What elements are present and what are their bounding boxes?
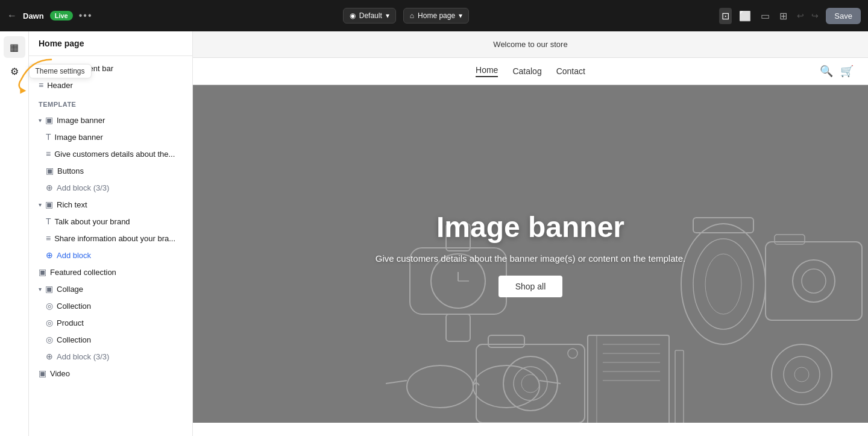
- collection-1-item[interactable]: ◎ Collection: [29, 297, 192, 314]
- sidebar-content: Home page ≡ Announcement bar ≡ Header Te…: [29, 31, 192, 436]
- redo-button[interactable]: ↪: [809, 8, 821, 23]
- page-selector[interactable]: ⌂ Home page ▾: [403, 8, 469, 24]
- image-banner-child-label: Image banner: [55, 133, 183, 142]
- gear-tooltip-container: ⚙ Theme settings: [4, 60, 25, 82]
- nav-contact[interactable]: Contact: [556, 66, 585, 76]
- more-button[interactable]: •••: [79, 10, 93, 21]
- add-block-banner-icon: ⊕: [46, 183, 53, 192]
- product-item[interactable]: ◎ Product: [29, 314, 192, 331]
- save-button[interactable]: Save: [826, 8, 861, 24]
- page-name: Home page: [418, 11, 455, 20]
- image-banner-group-item[interactable]: ▾ ▣ Image banner: [29, 112, 192, 128]
- collage-group-label: Collage: [57, 285, 183, 294]
- buttons-label: Buttons: [57, 166, 183, 175]
- hero-text-overlay: Image banner Give customers details abou…: [376, 210, 685, 297]
- hero-title: Image banner: [376, 210, 685, 244]
- home-icon: ⌂: [410, 11, 414, 20]
- collage-group-item[interactable]: ▾ ▣ Collage: [29, 280, 192, 297]
- topbar-left: ← Dawn Live •••: [7, 10, 93, 21]
- store-welcome-bar: Welcome to our store: [193, 31, 868, 58]
- shop-all-button[interactable]: Shop all: [498, 276, 563, 297]
- video-icon: ▣: [39, 368, 46, 378]
- collection-1-icon: ◎: [46, 301, 53, 311]
- back-button[interactable]: ←: [7, 10, 17, 21]
- share-info-icon: ≡: [46, 233, 51, 243]
- header-icon: ≡: [39, 80, 43, 90]
- globe-icon: ◉: [350, 11, 356, 20]
- rich-text-group-label: Rich text: [57, 200, 183, 209]
- cart-icon[interactable]: 🛒: [840, 65, 854, 78]
- customers-details-icon: ≡: [46, 149, 51, 159]
- mobile-view-button[interactable]: ▭: [758, 8, 772, 24]
- buttons-item[interactable]: ▣ Buttons: [29, 162, 192, 179]
- live-badge: Live: [50, 11, 73, 21]
- buttons-icon: ▣: [46, 166, 54, 175]
- hero-subtitle: Give customers details about the banner …: [376, 253, 685, 264]
- add-block-banner-item[interactable]: ⊕ Add block (3/3): [29, 179, 192, 196]
- topbar-right: ⊡ ⬜ ▭ ⊞ ↩ ↪ Save: [719, 8, 861, 24]
- nav-home[interactable]: Home: [476, 65, 498, 77]
- share-info-item[interactable]: ≡ Share information about your bra...: [29, 230, 192, 247]
- image-banner-group-label: Image banner: [57, 116, 183, 125]
- custom-view-button[interactable]: ⊞: [777, 8, 790, 24]
- video-item[interactable]: ▣ Video: [29, 365, 192, 382]
- sidebar-title: Home page: [29, 31, 192, 56]
- rich-text-group-item[interactable]: ▾ ▣ Rich text: [29, 196, 192, 213]
- store-name: Dawn: [23, 11, 44, 21]
- header-item[interactable]: ≡ Header: [29, 77, 192, 93]
- tablet-view-button[interactable]: ⬜: [737, 8, 753, 24]
- talk-brand-item[interactable]: T Talk about your brand: [29, 213, 192, 230]
- preview-area: Welcome to our store Home Catalog Contac…: [193, 31, 868, 436]
- theme-settings-tooltip: Theme settings: [29, 64, 92, 78]
- store-nav: Home Catalog Contact 🔍 🛒: [193, 58, 868, 85]
- undo-redo-group: ↩ ↪: [794, 8, 821, 23]
- preview-frame: Welcome to our store Home Catalog Contac…: [193, 31, 868, 436]
- theme-settings-button[interactable]: ⚙: [4, 60, 25, 82]
- share-info-label: Share information about your bra...: [54, 234, 183, 243]
- add-block-banner-label: Add block (3/3): [57, 183, 183, 192]
- header-label: Header: [47, 81, 183, 90]
- customers-details-label: Give customers details about the...: [54, 150, 183, 159]
- collection-2-label: Collection: [57, 335, 183, 344]
- undo-button[interactable]: ↩: [794, 8, 807, 23]
- add-block-rich-label: Add block: [57, 251, 183, 260]
- collage-group-icon: ▣: [45, 284, 53, 294]
- customers-details-item[interactable]: ≡ Give customers details about the...: [29, 145, 192, 162]
- featured-collection-label: Featured collection: [50, 268, 183, 277]
- add-block-rich-icon: ⊕: [46, 250, 53, 260]
- add-block-rich-item[interactable]: ⊕ Add block: [29, 247, 192, 264]
- tooltip-text: Theme settings: [36, 67, 85, 75]
- collection-2-item[interactable]: ◎ Collection: [29, 331, 192, 348]
- image-banner-child-icon: T: [46, 132, 51, 142]
- image-banner-child[interactable]: T Image banner: [29, 128, 192, 145]
- topbar: ← Dawn Live ••• ◉ Default ▾ ⌂ Home page …: [0, 0, 868, 31]
- theme-name: Default: [359, 11, 382, 20]
- talk-brand-icon: T: [46, 216, 51, 226]
- sidebar: Home page ≡ Announcement bar ≡ Header Te…: [0, 31, 193, 436]
- chevron-down-icon: ▾: [386, 11, 389, 20]
- add-block-collage-icon: ⊕: [46, 352, 53, 361]
- product-label: Product: [57, 318, 183, 327]
- welcome-text: Welcome to our store: [493, 40, 567, 49]
- talk-brand-label: Talk about your brand: [55, 217, 183, 226]
- product-icon: ◎: [46, 318, 53, 327]
- search-icon[interactable]: 🔍: [820, 65, 833, 78]
- collection-2-icon: ◎: [46, 335, 53, 344]
- chevron-down-image-banner: ▾: [39, 117, 42, 124]
- chevron-down-collage: ▾: [39, 286, 42, 292]
- rich-text-group-icon: ▣: [45, 200, 53, 209]
- chevron-down-icon-page: ▾: [459, 11, 462, 20]
- video-label: Video: [50, 369, 183, 378]
- featured-collection-item[interactable]: ▣ Featured collection: [29, 264, 192, 280]
- featured-collection-icon: ▣: [39, 267, 46, 277]
- desktop-view-button[interactable]: ⊡: [719, 8, 732, 24]
- add-block-collage-label: Add block (3/3): [57, 352, 183, 361]
- nav-catalog[interactable]: Catalog: [512, 66, 541, 76]
- sidebar-icon-column: ▦ ⚙ Theme settings: [0, 31, 29, 436]
- sections-icon-button[interactable]: ▦: [4, 36, 25, 58]
- chevron-down-rich-text: ▾: [39, 201, 42, 208]
- image-banner-group-icon: ▣: [45, 115, 53, 125]
- add-block-collage-item[interactable]: ⊕ Add block (3/3): [29, 348, 192, 365]
- template-label: Template: [29, 97, 192, 112]
- theme-selector[interactable]: ◉ Default ▾: [343, 8, 396, 24]
